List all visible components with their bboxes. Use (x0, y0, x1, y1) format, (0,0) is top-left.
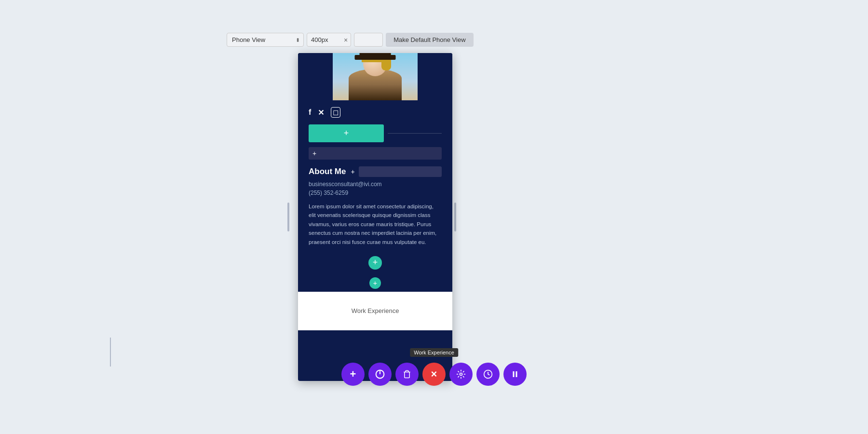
profile-photo (333, 53, 418, 100)
px-input[interactable] (307, 33, 341, 46)
bio-text: Lorem ipsum dolor sit amet consectetur a… (309, 202, 442, 246)
fab-power-button[interactable] (368, 363, 392, 386)
about-overlay (359, 166, 442, 177)
person-hat (360, 53, 391, 57)
facebook-icon[interactable]: f (309, 108, 311, 117)
social-icons-row: f ✕ ◻ (298, 100, 452, 122)
white-section: Work Experience (298, 292, 452, 330)
add-row-divider (388, 133, 442, 134)
section-divider: + (298, 274, 452, 292)
overlay-bar[interactable]: + (309, 147, 442, 160)
about-title: About Me (309, 167, 346, 176)
contact-email: businessconsultant@ivi.com (309, 181, 442, 188)
teal-add-button[interactable]: + (309, 124, 384, 142)
view-select-wrapper[interactable]: Phone View Tablet View Desktop View (227, 33, 304, 47)
add-button-row: + (298, 122, 452, 145)
toolbar: Phone View Tablet View Desktop View × Ma… (227, 33, 474, 47)
px-extra-input[interactable] (354, 33, 383, 47)
left-vertical-line (110, 338, 111, 366)
fab-close-button[interactable]: × (422, 363, 446, 386)
profile-photo-area (298, 53, 452, 100)
overlay-plus-icon: + (312, 149, 316, 157)
about-header: About Me + (309, 166, 442, 177)
make-default-button[interactable]: Make Default Phone View (386, 33, 473, 47)
section-add-circle-button[interactable]: + (368, 256, 382, 270)
fab-add-button[interactable]: + (341, 363, 365, 386)
twitter-x-icon[interactable]: ✕ (318, 108, 324, 117)
about-plus-icon[interactable]: + (351, 168, 354, 176)
fab-settings-button[interactable] (449, 363, 473, 386)
bottom-floating-toolbar: + Work Experience × (341, 363, 527, 386)
left-resize-handle[interactable] (287, 203, 289, 231)
fab-pause-button[interactable] (503, 363, 527, 386)
about-section: About Me + businessconsultant@ivi.com (2… (298, 162, 452, 251)
work-experience-label: Work Experience (352, 307, 399, 314)
svg-point-2 (460, 373, 462, 376)
section-add-overlay: + (309, 147, 442, 160)
phone-preview: f ✕ ◻ + + About Me + businessconsultant@… (298, 53, 452, 381)
right-resize-handle[interactable] (454, 203, 456, 231)
fab-history-button[interactable] (476, 363, 500, 386)
svg-rect-5 (516, 371, 517, 377)
fab-delete-button[interactable] (395, 363, 419, 386)
fab-close-label: Work Experience (410, 348, 458, 357)
contact-phone: (255) 352-6259 (309, 190, 442, 196)
px-clear-button[interactable]: × (341, 34, 351, 46)
px-input-wrapper: × (307, 33, 351, 47)
fab-close-wrapper: Work Experience × (422, 363, 446, 386)
bottom-add-button-row: + (298, 251, 452, 274)
section-divider-add-button[interactable]: + (369, 277, 381, 289)
instagram-icon[interactable]: ◻ (331, 107, 340, 118)
svg-rect-4 (513, 371, 515, 377)
view-select[interactable]: Phone View Tablet View Desktop View (227, 33, 304, 47)
